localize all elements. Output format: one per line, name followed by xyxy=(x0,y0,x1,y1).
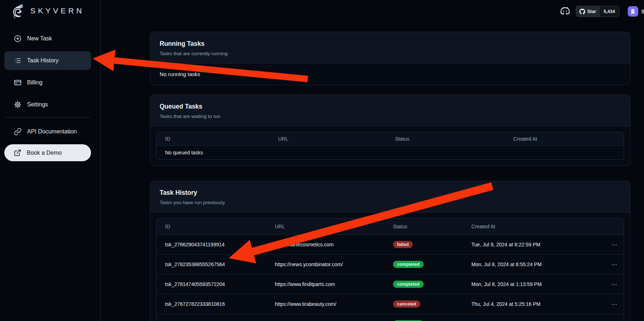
section-title: Running Tasks xyxy=(160,40,621,48)
sidebar-item-settings[interactable]: Settings xyxy=(4,95,91,114)
avatar[interactable] xyxy=(628,6,638,17)
external-link-icon xyxy=(14,149,21,157)
task-id: tsk_278235388555267564 xyxy=(156,255,266,274)
queued-tasks-empty-state: No queued tasks xyxy=(156,146,624,160)
queued-tasks-header: Queued Tasks Tasks that are waiting to r… xyxy=(150,95,630,126)
sidebar-nav: New Task Task History Billing Setti xyxy=(4,29,91,164)
task-url: https://tartecosmetics.com xyxy=(266,235,384,255)
table-row[interactable]: tsk_276727822333810816 https://www.tirab… xyxy=(156,294,624,314)
app: { "brand": { "name": "SKYVERN" }, "sideb… xyxy=(0,0,644,321)
table-header-row: ID URL Status Created At xyxy=(156,132,624,146)
skyvern-dragon-icon xyxy=(9,2,27,19)
task-status: completed xyxy=(384,314,463,321)
task-created-at: Mon, Jul 8, 2024 at 1:13:59 PM xyxy=(463,274,604,294)
sidebar-item-api-documentation[interactable]: API Documentation xyxy=(4,122,91,141)
task-id: tsk_274180139292204058 xyxy=(156,314,266,321)
task-created-at: Mon, Jul 8, 2024 at 6:55:24 PM xyxy=(463,255,604,274)
building-icon xyxy=(630,9,636,14)
row-menu-button[interactable]: ⋯ xyxy=(604,255,624,274)
section-subtitle: Tasks that are currently running xyxy=(160,51,621,56)
row-menu-button[interactable]: ⋯ xyxy=(604,235,624,255)
sidebar-item-label: API Documentation xyxy=(27,128,77,135)
github-star-button[interactable]: Star 5,434 xyxy=(576,6,619,17)
table-row[interactable]: tsk_278629043741199914 https://tartecosm… xyxy=(156,235,624,255)
task-url: https://www.geico.com xyxy=(266,314,384,321)
github-icon xyxy=(579,9,585,14)
column-header-url: URL xyxy=(266,219,384,235)
section-title: Task History xyxy=(160,189,621,197)
status-badge: completed xyxy=(393,261,424,268)
task-created-at: Thu, Jul 4, 2024 at 5:25:16 PM xyxy=(463,294,604,314)
column-header-id: ID xyxy=(156,132,269,146)
link-icon xyxy=(14,128,22,136)
queued-tasks-table: ID URL Status Created At No queued tasks xyxy=(156,132,624,160)
sidebar-item-label: New Task xyxy=(27,35,52,42)
sidebar-item-new-task[interactable]: New Task xyxy=(4,29,91,48)
column-header-status: Status xyxy=(386,132,505,146)
running-tasks-card: Running Tasks Tasks that are currently r… xyxy=(150,32,630,85)
row-menu-button[interactable]: ⋯ xyxy=(604,314,624,321)
task-history-card: Task History Tasks you have run previous… xyxy=(150,181,630,321)
brand-logo[interactable]: SKYVERN xyxy=(9,2,84,19)
plus-circle-icon xyxy=(14,35,22,43)
column-header-id: ID xyxy=(156,219,266,235)
task-status: canceled xyxy=(384,294,463,314)
status-badge: canceled xyxy=(393,300,420,308)
table-row[interactable]: tsk_278147405593572204 https://www.findi… xyxy=(156,274,624,294)
task-status: failed xyxy=(384,235,463,255)
list-icon xyxy=(14,57,22,65)
column-header-created-at: Created At xyxy=(463,219,604,235)
section-subtitle: Tasks you have run previously xyxy=(160,200,621,205)
task-history-table: ID URL Status Created At tsk_27862904374… xyxy=(156,218,624,321)
org-name-partial: Sk xyxy=(641,9,644,14)
sidebar-item-label: Settings xyxy=(27,101,48,108)
github-star-segment: Star xyxy=(576,6,599,17)
topbar: Star 5,434 Sk xyxy=(559,6,644,17)
credit-card-icon xyxy=(14,79,22,87)
task-status: completed xyxy=(384,274,463,294)
table-row[interactable]: tsk_274180139292204058 https://www.geico… xyxy=(156,314,624,321)
sidebar: SKYVERN New Task Task History Billing xyxy=(0,0,101,321)
github-star-label: Star xyxy=(587,9,596,14)
column-header-url: URL xyxy=(269,132,386,146)
task-id: tsk_278147405593572204 xyxy=(156,274,266,294)
status-badge: failed xyxy=(393,241,413,248)
task-created-at: Tue, Jul 9, 2024 at 8:22:59 PM xyxy=(463,235,604,255)
sidebar-item-task-history[interactable]: Task History xyxy=(4,51,91,70)
task-history-header: Task History Tasks you have run previous… xyxy=(150,181,630,212)
task-status: completed xyxy=(384,255,463,274)
section-title: Queued Tasks xyxy=(160,103,621,110)
sidebar-item-billing[interactable]: Billing xyxy=(4,73,91,92)
column-header-status: Status xyxy=(384,219,463,235)
column-header-actions xyxy=(604,219,624,235)
task-created-at: Thu, Jun 27, 2024 at 8:38:58 PM xyxy=(463,314,604,321)
sidebar-item-label: Task History xyxy=(27,57,59,64)
status-badge: completed xyxy=(393,281,424,288)
sidebar-item-label: Book a Demo xyxy=(27,150,62,156)
row-menu-button[interactable]: ⋯ xyxy=(604,294,624,314)
running-tasks-header: Running Tasks Tasks that are currently r… xyxy=(150,32,630,63)
book-a-demo-button[interactable]: Book a Demo xyxy=(4,144,91,161)
task-url: https://news.ycombinator.com/ xyxy=(266,255,384,274)
sidebar-item-label: Billing xyxy=(27,79,43,86)
task-id: tsk_276727822333810816 xyxy=(156,294,266,314)
discord-icon[interactable] xyxy=(559,6,571,16)
empty-row: No queued tasks xyxy=(156,146,624,160)
table-row[interactable]: tsk_278235388555267564 https://news.ycom… xyxy=(156,255,624,274)
table-header-row: ID URL Status Created At xyxy=(156,219,624,235)
sidebar-divider xyxy=(5,117,90,118)
task-id: tsk_278629043741199914 xyxy=(156,235,266,255)
gear-icon xyxy=(14,101,22,109)
row-menu-button[interactable]: ⋯ xyxy=(604,274,624,294)
running-tasks-empty-state: No running tasks xyxy=(150,63,630,85)
queued-tasks-card: Queued Tasks Tasks that are waiting to r… xyxy=(150,94,630,166)
brand-name: SKYVERN xyxy=(30,6,84,15)
github-star-count: 5,434 xyxy=(599,6,619,17)
task-url: https://www.finditparts.com xyxy=(266,274,384,294)
section-subtitle: Tasks that are waiting to run xyxy=(160,114,621,119)
column-header-created-at: Created At xyxy=(505,132,624,146)
main-content: Running Tasks Tasks that are currently r… xyxy=(150,32,630,321)
task-url: https://www.tirabeauty.com/ xyxy=(266,294,384,314)
